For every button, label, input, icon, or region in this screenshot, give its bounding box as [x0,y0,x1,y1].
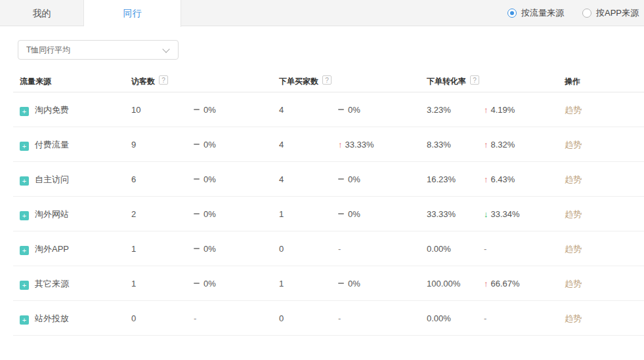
conversion-cell: 0.00% [427,301,451,336]
action-cell: 趋势 [565,266,582,301]
expand-plus-icon[interactable]: + [20,211,29,220]
header-traffic-source: 流量来源 [20,71,51,92]
buyers-change-cell: 0% [338,266,360,301]
flat-dash-icon [338,283,344,284]
trend-link[interactable]: 趋势 [565,140,582,150]
conversion-change-cell: ↑4.19% [484,92,515,127]
radio-by-app-label: 按APP来源 [596,7,639,19]
header-action: 操作 [565,71,580,92]
expand-plus-icon[interactable]: + [20,142,29,151]
radio-unselected-icon [582,9,591,18]
trend-link[interactable]: 趋势 [565,105,582,115]
expand-plus-icon[interactable]: + [20,281,29,290]
action-cell: 趋势 [565,162,582,197]
arrow-up-icon: ↑ [338,140,343,150]
buyers-change-cell: ↑33.33% [338,127,374,162]
visitors-change-cell: 0% [194,266,216,301]
visitors-change-cell: 0% [194,231,216,266]
buyers-cell: 1 [279,197,284,231]
arrow-down-icon: ↓ [484,209,488,219]
table-row: +自主访问 6 0% 4 0% 16.23% ↑6.43% 趋势 [13,162,644,197]
radio-by-traffic-label: 按流量来源 [521,7,564,19]
conversion-cell: 16.23% [427,162,456,197]
flat-dash-icon [338,109,344,110]
flat-dash-icon [338,213,344,214]
table-row: +淘外网站 2 0% 1 0% 33.33% ↓33.34% 趋势 [13,197,644,231]
action-cell: 趋势 [565,92,582,127]
trend-link[interactable]: 趋势 [565,244,582,254]
help-icon[interactable]: ? [322,75,332,85]
conversion-cell: 3.23% [427,92,451,127]
visitors-cell: 2 [131,197,136,231]
buyers-cell: 4 [279,127,284,162]
conversion-change-cell: ↑8.32% [484,127,515,162]
radio-by-traffic-source[interactable]: 按流量来源 [507,7,564,19]
source-cell: +其它来源 [20,266,69,301]
table-row: +其它来源 1 0% 1 0% 100.00% ↑66.67% 趋势 [13,266,644,301]
visitors-cell: 0 [131,301,136,336]
visitors-change-cell: 0% [194,197,216,231]
visitors-cell: 9 [131,127,136,162]
visitors-cell: 1 [131,231,136,266]
table-header-row: 流量来源 访客数? 下单买家数? 下单转化率? 操作 [13,71,644,92]
trend-link[interactable]: 趋势 [565,209,582,219]
tab-peers[interactable]: 同行 [84,0,181,27]
visitors-cell: 10 [131,92,140,127]
source-cell: +站外投放 [20,301,69,336]
source-mode-radio-group: 按流量来源 按APP来源 [507,0,639,26]
trend-link[interactable]: 趋势 [565,174,582,184]
buyers-cell: 4 [279,162,284,197]
tab-mine[interactable]: 我的 [0,0,84,26]
buyers-change-cell: - [338,231,341,266]
arrow-up-icon: ↑ [484,105,488,115]
source-cell: +自主访问 [20,162,69,197]
visitors-change-cell: 0% [194,92,216,127]
tab-bar: 我的 同行 按流量来源 按APP来源 [0,0,644,26]
header-conversion-rate: 下单转化率? [427,71,479,92]
header-visitors: 访客数? [131,71,168,92]
table-row: +淘内免费 10 0% 4 0% 3.23% ↑4.19% 趋势 [13,92,644,127]
flat-dash-icon [194,178,200,180]
source-cell: +付费流量 [20,127,69,162]
table-body: +淘内免费 10 0% 4 0% 3.23% ↑4.19% 趋势 +付费流量 9… [13,92,644,336]
action-cell: 趋势 [565,197,582,231]
flat-dash-icon [194,109,200,110]
source-label: 淘内免费 [35,105,69,115]
action-cell: 趋势 [565,301,582,336]
action-cell: 趋势 [565,127,582,162]
flat-dash-icon [194,213,200,214]
conversion-change-cell: - [484,301,486,336]
flat-dash-icon [194,248,200,249]
trend-link[interactable]: 趋势 [565,313,582,323]
select-value: T恤同行平均 [26,45,70,54]
source-cell: +淘外APP [20,231,69,266]
radio-by-app-source[interactable]: 按APP来源 [582,7,639,19]
expand-plus-icon[interactable]: + [20,107,29,116]
header-visitors-label: 访客数 [131,77,155,86]
expand-plus-icon[interactable]: + [20,176,29,186]
expand-plus-icon[interactable]: + [20,246,29,255]
source-label: 其它来源 [35,279,69,289]
conversion-cell: 8.33% [427,127,451,162]
visitors-cell: 6 [131,162,136,197]
buyers-change-cell: - [338,301,341,336]
flat-dash-icon [194,283,200,284]
buyers-cell: 1 [279,266,284,301]
visitors-change-cell: 0% [194,127,216,162]
help-icon[interactable]: ? [470,75,479,85]
chevron-down-icon [162,45,169,52]
header-order-buyers-label: 下单买家数 [279,77,318,86]
flat-dash-icon [194,144,200,145]
source-label: 付费流量 [35,140,69,150]
flat-dash-icon [338,178,344,180]
action-cell: 趋势 [565,231,582,266]
expand-plus-icon[interactable]: + [20,315,29,325]
peer-average-select[interactable]: T恤同行平均 [18,40,179,60]
source-label: 淘外APP [35,244,69,254]
trend-link[interactable]: 趋势 [565,279,582,289]
traffic-source-table: 流量来源 访客数? 下单买家数? 下单转化率? 操作 +淘内免费 10 0% 4… [13,71,644,336]
visitors-change-cell: - [194,301,196,336]
visitors-cell: 1 [131,266,136,301]
help-icon[interactable]: ? [159,75,168,85]
conversion-change-cell: ↑6.43% [484,162,515,197]
